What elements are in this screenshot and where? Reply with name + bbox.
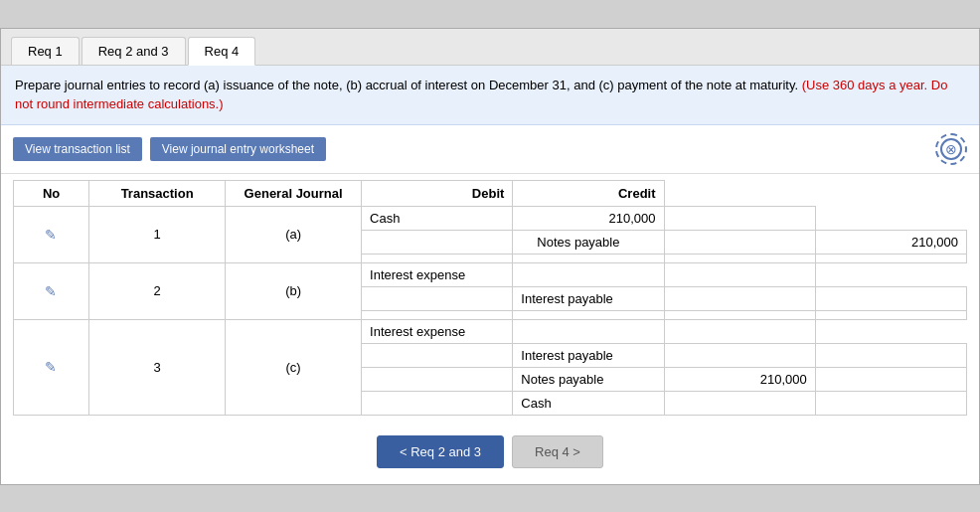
table-row: ✎1(a)Cash210,000: [14, 206, 967, 230]
cell-credit: [815, 310, 966, 319]
cell-transaction: (c): [226, 319, 362, 415]
cell-general-journal: Interest expense: [362, 262, 513, 286]
header-general-journal: General Journal: [226, 180, 362, 206]
cell-general-journal: Notes payable: [513, 230, 664, 254]
header-credit: Credit: [513, 180, 664, 206]
edit-cell[interactable]: ✎: [14, 206, 89, 262]
cell-general-journal: Notes payable: [513, 367, 664, 391]
cell-no: 2: [89, 262, 226, 319]
cell-credit: [664, 262, 815, 286]
cell-debit: [664, 391, 815, 415]
journal-table: No Transaction General Journal Debit Cre…: [13, 180, 967, 416]
cell-debit: [513, 319, 664, 343]
cell-general-journal: [513, 310, 664, 319]
cell-general-journal: Interest payable: [513, 343, 664, 367]
cell-credit: [664, 319, 815, 343]
edit-icon[interactable]: ✎: [45, 227, 59, 243]
next-nav-button[interactable]: Req 4 >: [512, 435, 603, 468]
target-icon[interactable]: ⊗: [935, 133, 967, 165]
cell-no: [362, 286, 513, 310]
cell-debit: [664, 230, 815, 254]
tab-req2and3[interactable]: Req 2 and 3: [82, 37, 186, 65]
cell-credit: [815, 367, 966, 391]
cell-credit: [815, 391, 966, 415]
cell-no: [362, 343, 513, 367]
cell-no: [362, 230, 513, 254]
cell-general-journal: Cash: [513, 391, 664, 415]
prev-nav-button[interactable]: < Req 2 and 3: [377, 435, 504, 468]
cell-debit: [664, 254, 815, 262]
cell-debit: 210,000: [664, 367, 815, 391]
tab-bar: Req 1 Req 2 and 3 Req 4: [1, 29, 979, 66]
cell-credit: [815, 343, 966, 367]
target-inner-icon: ⊗: [940, 138, 962, 160]
cell-credit: [664, 206, 815, 230]
cell-credit: [815, 254, 966, 262]
cell-credit: 210,000: [815, 230, 966, 254]
tab-req4[interactable]: Req 4: [188, 37, 256, 66]
cell-debit: [664, 286, 815, 310]
cell-no: 1: [89, 206, 226, 262]
view-transaction-button[interactable]: View transaction list: [13, 137, 142, 161]
cell-general-journal: Interest expense: [362, 319, 513, 343]
cell-transaction: (a): [226, 206, 362, 262]
header-transaction: Transaction: [89, 180, 226, 206]
footer-nav: < Req 2 and 3 Req 4 >: [1, 426, 979, 484]
cell-transaction: (b): [226, 262, 362, 319]
toolbar: View transaction list View journal entry…: [1, 125, 979, 174]
table-row: ✎2(b)Interest expense: [14, 262, 967, 286]
cell-general-journal: Interest payable: [513, 286, 664, 310]
cell-no: [362, 310, 513, 319]
edit-cell[interactable]: ✎: [14, 319, 89, 415]
cell-no: [362, 254, 513, 262]
cell-debit: [664, 343, 815, 367]
table-row: ✎3(c)Interest expense: [14, 319, 967, 343]
edit-icon[interactable]: ✎: [45, 359, 59, 375]
cell-debit: 210,000: [513, 206, 664, 230]
edit-cell[interactable]: ✎: [14, 262, 89, 319]
header-no: No: [14, 180, 89, 206]
journal-table-container: No Transaction General Journal Debit Cre…: [1, 180, 979, 426]
cell-general-journal: [513, 254, 664, 262]
edit-icon[interactable]: ✎: [45, 283, 59, 299]
view-journal-button[interactable]: View journal entry worksheet: [150, 137, 326, 161]
cell-debit: [513, 262, 664, 286]
cell-credit: [815, 286, 966, 310]
instruction-box: Prepare journal entries to record (a) is…: [1, 66, 979, 125]
cell-general-journal: Cash: [362, 206, 513, 230]
cell-no: 3: [89, 319, 226, 415]
main-window: Req 1 Req 2 and 3 Req 4 Prepare journal …: [0, 28, 980, 485]
tab-req1[interactable]: Req 1: [11, 37, 80, 65]
cell-no: [362, 367, 513, 391]
header-debit: Debit: [362, 180, 513, 206]
cell-no: [362, 391, 513, 415]
cell-debit: [664, 310, 815, 319]
instruction-text: Prepare journal entries to record (a) is…: [15, 78, 798, 92]
